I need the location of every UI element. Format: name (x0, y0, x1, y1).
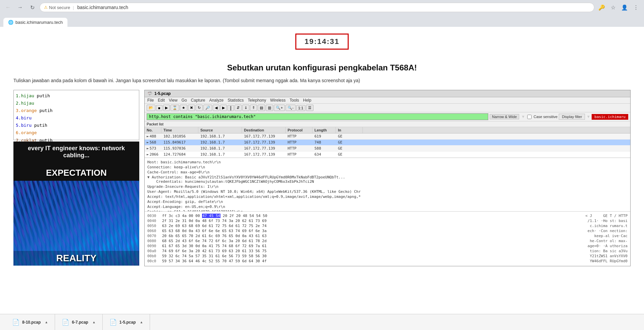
reload-button[interactable]: ↻ (28, 3, 37, 12)
toolbar-up[interactable]: ⇑ (250, 105, 257, 111)
chevron-icon-3: ▲ (140, 320, 143, 324)
case-sensitive-checkbox[interactable] (527, 115, 532, 119)
profile-icon[interactable]: 👤 (620, 3, 629, 12)
menu-help[interactable]: Help (303, 98, 311, 103)
detail-lang: Accept-Language: en-US,en;q=0.9\r\n (147, 205, 628, 209)
toolbar-zoomin[interactable]: 🔍+ (274, 105, 285, 111)
toolbar-next[interactable]: ▶ (220, 105, 227, 111)
toolbar-close[interactable]: ✖ (188, 105, 195, 111)
filter-input[interactable] (147, 113, 488, 120)
menu-go[interactable]: Go (182, 98, 187, 103)
menu-wireless[interactable]: Wireless (270, 98, 286, 103)
toolbar-down[interactable]: ⇓ (242, 105, 249, 111)
content-area: 1.hijau putih 2.hijau 3.orange putih 4.b… (13, 90, 631, 266)
url-display[interactable]: basic.ichimarumaru.tech (77, 5, 590, 10)
expectation-label: EXPECTATION (13, 162, 139, 181)
tab-label: basic.ichimarumaru.tech (15, 20, 63, 25)
hex-row-4: 0060 65 63 68 0d 0a 43 6f 6e 6e 65 63 74… (147, 229, 628, 233)
toolbar-stop[interactable]: ■ (156, 105, 162, 111)
packet-controls: Packet list (145, 121, 630, 127)
wireshark-icon: 🦈 (147, 91, 152, 96)
not-secure-indicator: ⚠ Not secure | (44, 5, 75, 10)
answer-textarea[interactable]: 1.hijau putih 2.hijau 3.orange putih 4.b… (13, 90, 139, 140)
download-item-1[interactable]: 📄 8-10.pcap ▲ (5, 314, 55, 330)
file-icon-2: 📄 (62, 319, 69, 326)
menu-icon[interactable]: ⋮ (631, 3, 641, 12)
toolbar-search[interactable]: 🔎 (203, 105, 212, 111)
question-title: Sebutkan urutan konfigurasi pengkabelan … (0, 63, 644, 72)
table-row[interactable]: ►568 115.849617 192.168.1.7 167.172.77.1… (145, 140, 630, 146)
detail-cache: Cache-Control: max-age=0\r\n (147, 170, 628, 174)
toolbar-zoom100[interactable]: 1:1 (296, 105, 305, 111)
hex-row-8: 00a0 74 69 6f 6e 3a 20 42 61 73 69 63 20… (147, 249, 628, 253)
file-icon-1: 📄 (12, 319, 19, 326)
menu-view[interactable]: View (169, 98, 178, 103)
answer-line-4: 4.biru (16, 114, 137, 122)
star-icon[interactable]: ☆ (608, 3, 618, 12)
hex-dump-area: 0030 ff 3c c3 4a 00 00 47 45 54 20 2f 20… (145, 212, 630, 266)
tab-icon: 🌐 (8, 20, 13, 25)
answer-line-2: 2.hijau (16, 100, 137, 107)
table-row[interactable]: ►2066 124.727684 192.168.1.7 167.172.77.… (145, 152, 630, 158)
col-source: Source (198, 127, 242, 133)
case-sensitive-label: Case sensitive (534, 115, 558, 119)
browser-nav: ← → ↻ ⚠ Not secure | basic.ichimarumaru.… (0, 0, 644, 15)
detail-upgrade: Upgrade-Insecure-Requests: 1\r\n (147, 184, 628, 189)
col-length: Length (312, 127, 336, 133)
browser-chrome: ← → ↻ ⚠ Not secure | basic.ichimarumaru.… (0, 0, 644, 27)
meme-image: every IT engineer knows: network cabling… (13, 142, 139, 266)
toolbar-col3[interactable]: ▤ (258, 105, 265, 111)
col-destination: Destination (242, 127, 286, 133)
filter-controls: Narrow & Wide ▼ Case sensitive Display f… (490, 114, 628, 120)
browser-actions: 🔑 ☆ 👤 ⋮ (597, 3, 641, 12)
menu-file[interactable]: File (147, 98, 154, 103)
wireshark-toolbar: 📂 ■ ▶ ⌛ ★ ✖ ↻ 🔎 ◀ ▶ ║ ⇵ ⇓ ⇑ ▤ ▥ 🔍+ 🔍- 1:… (145, 104, 630, 112)
download-item-2[interactable]: 📄 6-7.pcap ▲ (55, 314, 103, 330)
col-info: In (336, 127, 363, 133)
back-button[interactable]: ← (3, 3, 13, 12)
toolbar-col4[interactable]: ▥ (266, 105, 273, 111)
menu-telephony[interactable]: Telephony (248, 98, 266, 103)
page-content: 19:14:31 Sebutkan urutan konfigurasi pen… (0, 27, 644, 329)
timer-container: 19:14:31 (0, 34, 644, 56)
toolbar-misc[interactable]: ☰ (306, 105, 313, 111)
menu-tools[interactable]: Tools (290, 98, 299, 103)
wireshark-titlebar: 🦈 1-5.pcap (145, 90, 630, 97)
key-icon[interactable]: 🔑 (597, 3, 606, 12)
menu-statistics[interactable]: Statistics (228, 98, 244, 103)
toolbar-col1[interactable]: ║ (228, 105, 234, 111)
not-secure-label: Not secure (49, 5, 70, 10)
toolbar-restart[interactable]: ▶ (163, 105, 170, 111)
hex-row-6: 0080 68 65 2d 43 6f 6e 74 72 6f 6c 3a 20… (147, 239, 628, 243)
file-icon-3: 📄 (109, 319, 117, 326)
col-no: No. (145, 127, 161, 133)
forward-button[interactable]: → (15, 3, 25, 12)
detail-auth: ▼ Authorization: Basic a3VuY21tZlS1anVsY… (147, 175, 628, 184)
tab-bar: 🌐 basic.ichimarumaru.tech (0, 15, 644, 27)
hex-row-1: 0030 ff 3c c3 4a 00 00 47 45 54 20 2f 20… (147, 214, 628, 218)
packet-list-label: Packet list (147, 122, 163, 126)
answer-column: 1.hijau putih 2.hijau 3.orange putih 4.b… (13, 90, 141, 266)
narrow-wide-button[interactable]: Narrow & Wide (490, 114, 519, 119)
download-name-3: 1-5.pcap (119, 320, 136, 325)
download-item-3[interactable]: 📄 1-5.pcap ▲ (103, 314, 150, 330)
filter-result: basic.ichimaru (592, 114, 628, 120)
display-filter-label: Display filter (559, 114, 585, 120)
meme-top-text: every IT engineer knows: network cabling… (13, 142, 139, 162)
toolbar-star[interactable]: ★ (180, 105, 187, 111)
table-row[interactable]: ►488 102.101056 192.168.1.7 167.172.77.1… (145, 133, 630, 140)
toolbar-open[interactable]: 📂 (147, 105, 155, 111)
menu-capture[interactable]: Capture (191, 98, 205, 103)
toolbar-autoscroll[interactable]: ⌛ (170, 105, 179, 111)
packet-detail-area: Host: basic.ichimarumaru.tech\r\n Connec… (145, 158, 630, 212)
toolbar-reload[interactable]: ↻ (196, 105, 203, 111)
answer-line-6: 6.orange (16, 129, 137, 136)
table-row[interactable]: ►573 115.937036 192.168.1.7 167.172.77.1… (145, 146, 630, 152)
menu-edit[interactable]: Edit (158, 98, 165, 103)
toolbar-col2[interactable]: ⇵ (235, 105, 242, 111)
toolbar-prev[interactable]: ◀ (213, 105, 219, 111)
menu-analyze[interactable]: Analyze (209, 98, 224, 103)
active-tab[interactable]: 🌐 basic.ichimarumaru.tech (3, 18, 67, 27)
toolbar-zoomout[interactable]: 🔍- (286, 105, 296, 111)
packet-list: No. Time Source Destination Protocol Len… (145, 127, 630, 158)
